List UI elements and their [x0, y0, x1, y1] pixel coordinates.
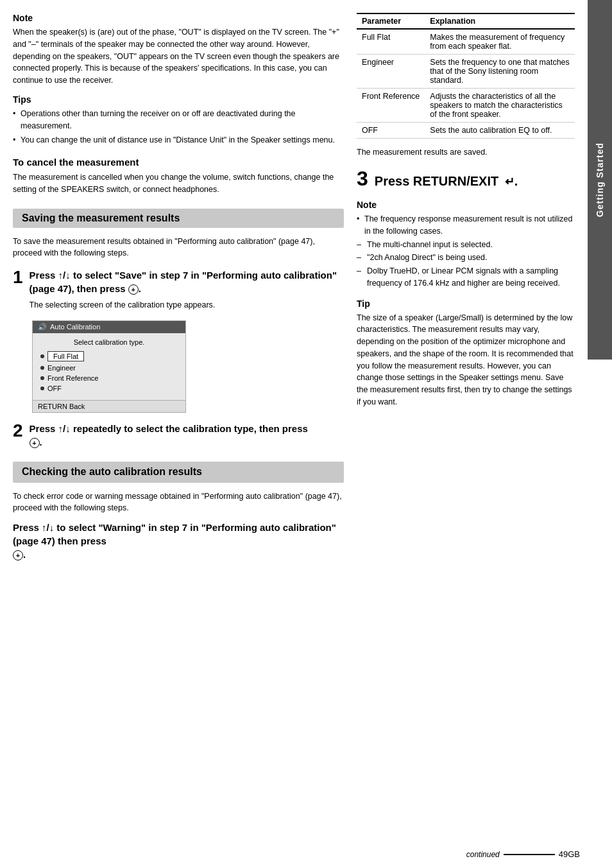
table-row-4: OFF Sets the auto calibration EQ to off.: [357, 123, 575, 139]
cancel-text: The measurement is cancelled when you ch…: [13, 171, 344, 196]
col-explanation: Explanation: [425, 13, 575, 29]
right-note-item-4: Dolby TrueHD, or Linear PCM signals with…: [357, 265, 575, 290]
param-explanation-3: Adjusts the characteristics of all the s…: [425, 89, 575, 123]
param-name-2: Engineer: [357, 55, 425, 89]
param-name-3: Front Reference: [357, 89, 425, 123]
checking-step-btn: +: [13, 550, 23, 560]
continued-line: [504, 854, 555, 855]
tips-list: Operations other than turning the receiv…: [13, 108, 344, 146]
checking-intro: To check error code or warning message o…: [13, 490, 344, 515]
saving-intro: To save the measurement results obtained…: [13, 236, 344, 260]
step-2: 2 Press ↑/↓ repeatedly to select the cal…: [13, 422, 344, 453]
page-number: 49GB: [559, 849, 580, 859]
step-2-content: Press ↑/↓ repeatedly to select the calib…: [30, 422, 344, 453]
screen-body: Select calibration type. Full Flat Engin…: [33, 333, 185, 400]
step-1-desc: The selecting screen of the calibration …: [30, 299, 344, 311]
step-2-title-text: Press ↑/↓ repeatedly to select the calib…: [30, 423, 308, 434]
table-row-1: Full Flat Makes the measurement of frequ…: [357, 29, 575, 55]
checking-step-title: Press ↑/↓ to select "Warning" in step 7 …: [13, 521, 344, 561]
screen-subtitle: Select calibration type.: [40, 338, 178, 346]
screen-item-label-1: Full Flat: [47, 351, 84, 361]
left-column: Note When the speaker(s) is (are) out of…: [13, 13, 344, 855]
param-table: Parameter Explanation Full Flat Makes th…: [357, 13, 575, 139]
step-1-title: Press ↑/↓ to select "Save" in step 7 in …: [30, 268, 344, 295]
screen-item-2: Engineer: [40, 364, 178, 372]
step-3-number: 3: [357, 167, 368, 191]
step-2-title: Press ↑/↓ repeatedly to select the calib…: [30, 422, 344, 449]
checking-box-title: Checking the auto calibration results: [22, 466, 202, 477]
note-title: Note: [13, 13, 344, 23]
table-row-2: Engineer Sets the frequency to one that …: [357, 55, 575, 89]
table-row-3: Front Reference Adjusts the characterist…: [357, 89, 575, 123]
param-explanation-2: Sets the frequency to one that matches t…: [425, 55, 575, 89]
col-param: Parameter: [357, 13, 425, 29]
screen-item-label-2: Engineer: [47, 364, 76, 372]
checking-box: Checking the auto calibration results: [13, 462, 344, 483]
screen-item-label-4: OFF: [47, 385, 62, 392]
right-note-item-3: "2ch Analog Direct" is being used.: [357, 252, 575, 264]
screen-header: 🔊 Auto Calibration: [33, 321, 185, 333]
step-1-title-text: Press ↑/↓ to select "Save" in step 7 in …: [30, 270, 337, 294]
return-exit-icon: ↵: [505, 175, 514, 188]
screen-dot-1: [40, 354, 44, 358]
step-1: 1 Press ↑/↓ to select "Save" in step 7 i…: [13, 268, 344, 311]
screen-dot-2: [40, 366, 44, 370]
right-tip-text: The size of a speaker (Large/Small) is d…: [357, 312, 575, 408]
param-name-1: Full Flat: [357, 29, 425, 55]
measure-saved: The measurement results are saved.: [357, 148, 575, 157]
screen-item-4: OFF: [40, 385, 178, 392]
param-name-4: OFF: [357, 123, 425, 139]
continued-text: continued: [466, 850, 500, 859]
right-note-list: The frequency response measurement resul…: [357, 213, 575, 290]
param-explanation-1: Makes the measurement of frequency from …: [425, 29, 575, 55]
step-1-content: Press ↑/↓ to select "Save" in step 7 in …: [30, 268, 344, 311]
side-tab: Getting Started: [588, 0, 612, 360]
checking-step-title-text: Press ↑/↓ to select "Warning" in step 7 …: [13, 522, 336, 546]
right-tip-title: Tip: [357, 299, 575, 309]
tip-item-1: Operations other than turning the receiv…: [13, 108, 344, 132]
step-1-btn: +: [128, 284, 139, 295]
tips-title: Tips: [13, 94, 344, 105]
step-1-number: 1: [13, 268, 23, 286]
tip-item-2: You can change the unit of distance use …: [13, 134, 344, 146]
note-text: When the speaker(s) is (are) out of the …: [13, 26, 344, 87]
screen-mockup: 🔊 Auto Calibration Select calibration ty…: [32, 320, 186, 413]
step-2-number: 2: [13, 422, 23, 440]
screen-item-1: Full Flat: [40, 351, 178, 361]
continued-footer: continued 49GB: [466, 849, 580, 859]
saving-box: Saving the measurement results: [13, 209, 344, 228]
right-note-item-1: The frequency response measurement resul…: [357, 213, 575, 238]
right-note-item-2: The multi-channel input is selected.: [357, 239, 575, 251]
screen-icon: 🔊: [38, 323, 47, 331]
step-3-title: Press RETURN/EXIT ↵.: [375, 174, 518, 189]
screen-footer: RETURN Back: [33, 400, 185, 412]
screen-dot-4: [40, 386, 44, 390]
saving-box-title: Saving the measurement results: [22, 213, 180, 223]
cancel-heading: To cancel the measurement: [13, 157, 344, 168]
param-explanation-4: Sets the auto calibration EQ to off.: [425, 123, 575, 139]
screen-header-text: Auto Calibration: [50, 323, 100, 331]
step-2-btn: +: [30, 438, 40, 448]
right-column: Parameter Explanation Full Flat Makes th…: [357, 13, 575, 855]
step-3-container: 3 Press RETURN/EXIT ↵.: [357, 167, 575, 191]
right-note-title: Note: [357, 200, 575, 210]
side-tab-label: Getting Started: [595, 143, 605, 217]
screen-item-3: Front Reference: [40, 374, 178, 382]
screen-item-label-3: Front Reference: [47, 374, 98, 382]
screen-dot-3: [40, 376, 44, 380]
